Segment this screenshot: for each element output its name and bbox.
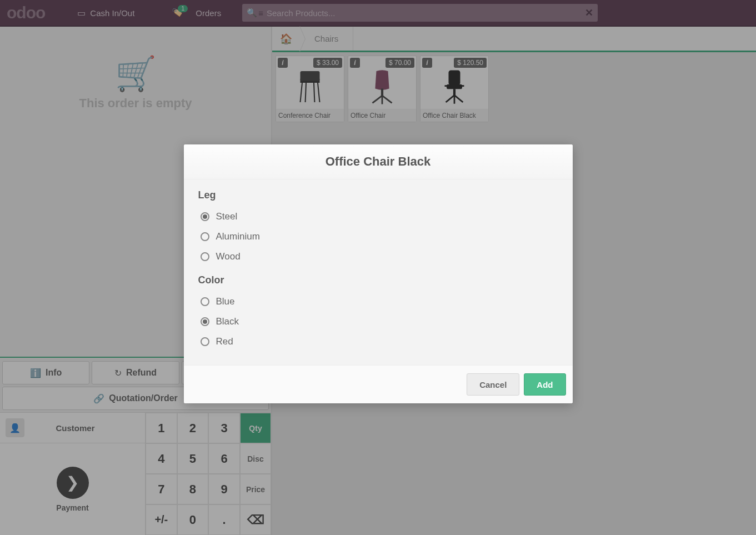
dialog-footer: Cancel Add	[184, 365, 573, 403]
attribute-name: Leg	[198, 189, 558, 201]
option-label: Red	[216, 336, 233, 347]
radio-icon	[201, 297, 209, 306]
option-label: Black	[216, 316, 239, 327]
dialog-body: Leg Steel Aluminium Wood Color	[184, 179, 573, 365]
option-color-red[interactable]: Red	[198, 332, 558, 352]
dialog-title: Office Chair Black	[184, 144, 573, 179]
attribute-group-leg: Leg Steel Aluminium Wood	[198, 189, 558, 267]
product-config-dialog: Office Chair Black Leg Steel Aluminium W…	[184, 144, 573, 403]
attribute-group-color: Color Blue Black Red	[198, 274, 558, 352]
radio-icon	[201, 232, 209, 241]
option-label: Aluminium	[216, 231, 260, 242]
option-label: Wood	[216, 251, 241, 262]
radio-icon	[201, 337, 209, 346]
modal-overlay[interactable]: Office Chair Black Leg Steel Aluminium W…	[0, 0, 756, 535]
radio-icon	[201, 212, 209, 221]
cancel-button[interactable]: Cancel	[467, 373, 519, 396]
radio-icon	[201, 317, 209, 326]
option-color-blue[interactable]: Blue	[198, 292, 558, 312]
option-label: Steel	[216, 211, 238, 222]
radio-icon	[201, 252, 209, 261]
option-leg-wood[interactable]: Wood	[198, 247, 558, 267]
option-label: Blue	[216, 296, 235, 307]
option-leg-aluminium[interactable]: Aluminium	[198, 227, 558, 247]
option-leg-steel[interactable]: Steel	[198, 207, 558, 227]
attribute-name: Color	[198, 274, 558, 286]
option-color-black[interactable]: Black	[198, 312, 558, 332]
add-button[interactable]: Add	[524, 373, 565, 396]
